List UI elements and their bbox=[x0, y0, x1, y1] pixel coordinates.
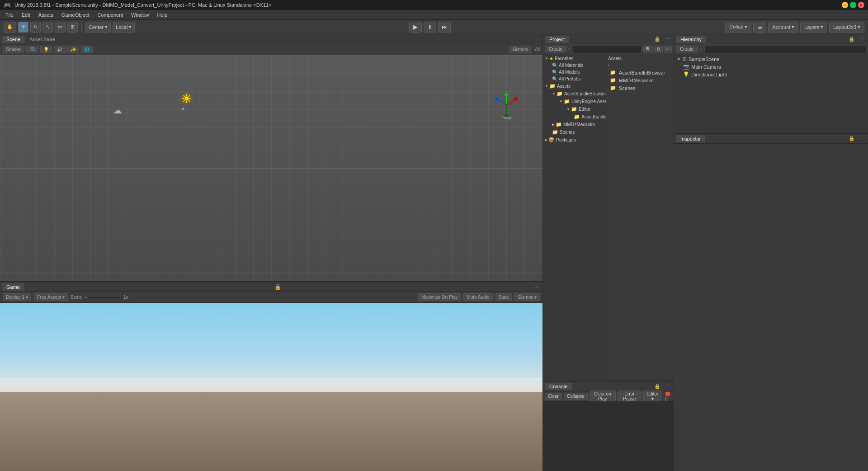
layout-button[interactable]: Layout2x3 ▾ bbox=[829, 22, 864, 33]
assets-header[interactable]: ▼ 📁 Assets bbox=[543, 82, 606, 90]
collapse-button[interactable]: Collapse bbox=[564, 393, 588, 400]
space-button[interactable]: Local ▾ bbox=[113, 22, 135, 33]
scale-tool-button[interactable]: ⤡ bbox=[42, 22, 53, 33]
search-btn[interactable]: 🔍 bbox=[643, 46, 653, 52]
layers-button[interactable]: Layers ▾ bbox=[800, 22, 827, 33]
assetbundle-arrow-icon: ▼ bbox=[552, 92, 556, 96]
tab-scene[interactable]: Scene bbox=[2, 36, 25, 43]
project-lock-icon[interactable]: 🔒 bbox=[652, 36, 662, 42]
mute-audio-button[interactable]: Mute Audio bbox=[463, 293, 492, 301]
scene-skybox-button[interactable]: 🌐 bbox=[81, 46, 93, 53]
scale-slider[interactable] bbox=[85, 297, 121, 298]
directional-light-label: Directional Light bbox=[691, 72, 727, 77]
tab-hierarchy[interactable]: Hierarchy bbox=[676, 36, 706, 43]
maximize-button[interactable]: □ bbox=[850, 2, 856, 8]
error-pause-button[interactable]: Error Pause bbox=[618, 391, 642, 402]
stats-button[interactable]: Stats bbox=[495, 293, 512, 301]
all-prefabs-star-icon: 🔍 bbox=[552, 76, 557, 81]
play-button[interactable]: ▶ bbox=[409, 22, 422, 33]
tab-game[interactable]: Game bbox=[2, 283, 24, 291]
hierarchy-search-input[interactable] bbox=[704, 45, 866, 53]
favorites-header[interactable]: ▼ ★ Favorites bbox=[543, 55, 606, 62]
tab-console[interactable]: Console bbox=[545, 383, 572, 390]
console-menu-icon[interactable]: ⋯ bbox=[663, 383, 672, 389]
project-create-button[interactable]: Create bbox=[545, 46, 566, 52]
editor-item[interactable]: ▼ 📁 Editor bbox=[543, 105, 606, 113]
hierarchy-lock-icon[interactable]: 🔒 bbox=[847, 36, 857, 42]
inspector-lock-icon[interactable]: 🔒 bbox=[847, 136, 857, 141]
pause-button[interactable]: ⏸ bbox=[424, 22, 436, 33]
mmd4mecanim-item[interactable]: ▶ 📁 MMD4Mecanim bbox=[543, 121, 606, 128]
menu-file[interactable]: File bbox=[2, 11, 17, 19]
assetbundlebrowser-asset[interactable]: 📁 AssetBundleBrowser bbox=[608, 69, 672, 76]
all-materials-item[interactable]: 🔍 All Materials bbox=[543, 62, 606, 69]
clear-button[interactable]: Clear bbox=[545, 393, 562, 400]
aspect-button[interactable]: Free Aspect ▾ bbox=[34, 293, 68, 301]
minimize-button[interactable]: – bbox=[842, 2, 848, 8]
project-settings-btn[interactable]: ⚙ bbox=[654, 46, 663, 52]
menu-bar: File Edit Assets GameObject Component Wi… bbox=[0, 10, 868, 20]
display-button[interactable]: Display 1 ▾ bbox=[3, 293, 31, 301]
main-camera-item[interactable]: 📷 Main Camera bbox=[674, 63, 868, 71]
console-lock-icon[interactable]: 🔒 bbox=[652, 383, 662, 389]
step-button[interactable]: ⏭ bbox=[438, 22, 451, 33]
game-gizmos-button[interactable]: Gizmos ▾ bbox=[514, 293, 540, 301]
game-panel-lock[interactable]: 🔒 bbox=[273, 284, 283, 290]
assetbundlebrowser-tree-item[interactable]: ▼ 📁 AssetBundleBrowser bbox=[543, 90, 606, 98]
custom-tool-button[interactable]: ⊞ bbox=[67, 22, 78, 33]
assetbundlebro-item[interactable]: 📁 AssetBundleBro bbox=[543, 113, 606, 121]
hand-tool-button[interactable]: ✋ bbox=[4, 22, 16, 33]
asset-folder-icon-3: 📁 bbox=[610, 85, 616, 91]
all-prefabs-item[interactable]: 🔍 All Prefabs bbox=[543, 75, 606, 82]
shading-button[interactable]: Shaded bbox=[3, 46, 24, 53]
gizmo-widget[interactable]: Persp bbox=[493, 91, 520, 118]
menu-help[interactable]: Help bbox=[153, 11, 171, 19]
project-menu-icon[interactable]: ⋯ bbox=[663, 36, 672, 42]
hierarchy-menu-icon[interactable]: ⋯ bbox=[858, 36, 866, 42]
gizmos-button[interactable]: Gizmos bbox=[509, 46, 531, 53]
project-refresh-btn[interactable]: ↩ bbox=[664, 46, 672, 52]
cloud-button[interactable]: ☁ bbox=[753, 22, 766, 33]
collab-button[interactable]: Collab ▾ bbox=[725, 22, 751, 33]
scene-name: SampleScene bbox=[689, 57, 720, 62]
rotate-tool-button[interactable]: ↻ bbox=[30, 22, 41, 33]
menu-gameobject[interactable]: GameObject bbox=[58, 11, 93, 19]
menu-edit[interactable]: Edit bbox=[18, 11, 34, 19]
packages-header[interactable]: ▶ 📦 Packages bbox=[543, 136, 606, 144]
pivot-button[interactable]: Center ▾ bbox=[85, 22, 111, 33]
tab-inspector[interactable]: Inspector bbox=[676, 135, 705, 142]
tab-project[interactable]: Project bbox=[545, 36, 569, 43]
maximize-on-play-button[interactable]: Maximize On Play bbox=[418, 293, 461, 301]
editor-button[interactable]: Editor ▾ bbox=[643, 391, 661, 402]
tab-asset-store[interactable]: Asset Store bbox=[25, 36, 60, 43]
scenes-asset[interactable]: 📁 Scenes bbox=[608, 84, 672, 92]
inspector-menu-icon[interactable]: ⋯ bbox=[858, 136, 866, 141]
move-tool-button[interactable]: ✛ bbox=[18, 22, 28, 33]
main-camera-label: Main Camera bbox=[691, 64, 721, 70]
scenes-item[interactable]: 📁 Scenes bbox=[543, 128, 606, 136]
packages-label: Packages bbox=[556, 137, 576, 142]
menu-window[interactable]: Window bbox=[127, 11, 152, 19]
mmd4mecanim-asset[interactable]: 📁 MMD4Mecanim bbox=[608, 76, 672, 84]
scene-light-button[interactable]: 💡 bbox=[40, 46, 52, 53]
unityengine-assetbur-item[interactable]: ▼ 📁 UnityEngine.AssetBur bbox=[543, 98, 606, 105]
scene-fx-button[interactable]: ✨ bbox=[67, 46, 79, 53]
scene-canvas[interactable]: ☀ ☁ bbox=[0, 55, 542, 281]
close-button[interactable]: × bbox=[858, 2, 864, 8]
scene-audio-button[interactable]: 🔊 bbox=[54, 46, 66, 53]
rect-tool-button[interactable]: ▭ bbox=[55, 22, 66, 33]
mmd4mecanim-asset-label: MMD4Mecanim bbox=[619, 78, 654, 83]
2d-button[interactable]: 2D bbox=[26, 46, 38, 53]
clear-on-play-button[interactable]: Clear on Play bbox=[590, 391, 616, 402]
all-models-item[interactable]: 🔍 All Models bbox=[543, 69, 606, 75]
sun-icon: ☀ bbox=[181, 91, 194, 105]
menu-component[interactable]: Component bbox=[94, 11, 127, 19]
directional-light-item[interactable]: 💡 Directional Light bbox=[674, 71, 868, 78]
account-button[interactable]: Account ▾ bbox=[768, 22, 798, 33]
project-search-input[interactable] bbox=[573, 45, 642, 53]
game-panel-menu[interactable]: ⋯ bbox=[532, 284, 541, 290]
scenes-asset-label: Scenes bbox=[619, 85, 636, 91]
menu-assets[interactable]: Assets bbox=[35, 11, 57, 19]
sample-scene-item[interactable]: ▼ ⊞ SampleScene bbox=[674, 55, 868, 63]
hierarchy-create-button[interactable]: Create bbox=[676, 46, 698, 52]
